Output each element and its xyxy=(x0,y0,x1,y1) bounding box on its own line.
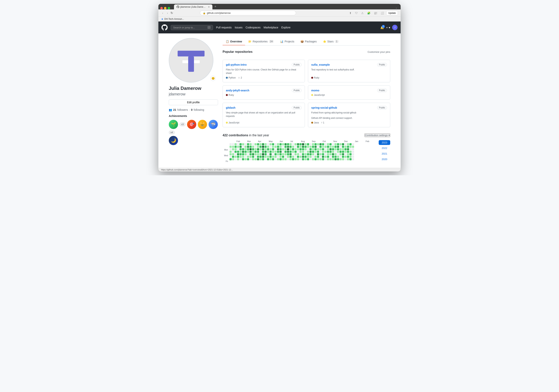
repo-name-2[interactable]: andy-jekyll-search xyxy=(226,89,249,92)
graph-cell[interactable] xyxy=(345,153,347,155)
tab-packages[interactable]: 📦 Packages xyxy=(297,38,320,45)
graph-cell[interactable] xyxy=(347,151,349,153)
graph-cell[interactable] xyxy=(329,153,332,155)
graph-cell[interactable] xyxy=(230,158,232,160)
graph-cell[interactable] xyxy=(342,148,344,150)
graph-cell[interactable] xyxy=(277,153,279,155)
followers-count[interactable]: 21 xyxy=(173,108,176,111)
graph-cell[interactable] xyxy=(299,156,302,158)
graph-cell[interactable] xyxy=(297,143,299,145)
graph-cell[interactable] xyxy=(332,143,334,145)
graph-cell[interactable] xyxy=(244,158,247,160)
graph-cell[interactable] xyxy=(319,148,322,150)
graph-cell[interactable] xyxy=(257,146,259,148)
graph-cell[interactable] xyxy=(292,158,294,160)
graph-cell[interactable] xyxy=(322,151,324,153)
graph-cell[interactable] xyxy=(282,158,284,160)
graph-cell[interactable] xyxy=(337,151,339,153)
tab-projects[interactable]: 📊 Projects xyxy=(277,38,297,45)
graph-cell[interactable] xyxy=(345,156,347,158)
graph-cell[interactable] xyxy=(262,146,264,148)
graph-cell[interactable] xyxy=(262,153,264,155)
graph-cell[interactable] xyxy=(305,148,307,150)
graph-cell[interactable] xyxy=(287,148,289,150)
graph-cell[interactable] xyxy=(254,148,257,150)
graph-cell[interactable] xyxy=(317,146,319,148)
graph-cell[interactable] xyxy=(230,153,232,155)
graph-cell[interactable] xyxy=(242,148,244,150)
graph-cell[interactable] xyxy=(252,156,254,158)
graph-cell[interactable] xyxy=(327,143,329,145)
graph-cell[interactable] xyxy=(237,146,239,148)
nav-pull-requests[interactable]: Pull requests xyxy=(216,26,232,29)
graph-cell[interactable] xyxy=(254,156,257,158)
graph-cell[interactable] xyxy=(319,153,322,155)
achievement-badge-1[interactable]: 🎯 xyxy=(187,120,196,129)
graph-cell[interactable] xyxy=(252,158,254,160)
year-btn-2023[interactable]: 2023 xyxy=(379,140,390,145)
graph-cell[interactable] xyxy=(349,153,352,155)
graph-cell[interactable] xyxy=(277,146,279,148)
graph-cell[interactable] xyxy=(317,156,319,158)
graph-cell[interactable] xyxy=(237,148,239,150)
graph-cell[interactable] xyxy=(327,146,329,148)
graph-cell[interactable] xyxy=(352,143,354,145)
graph-cell[interactable] xyxy=(250,146,252,148)
graph-cell[interactable] xyxy=(299,151,302,153)
graph-cell[interactable] xyxy=(244,146,247,148)
graph-cell[interactable] xyxy=(295,156,297,158)
graph-cell[interactable] xyxy=(274,148,277,150)
graph-cell[interactable] xyxy=(347,143,349,145)
create-menu-btn[interactable]: + ▾ xyxy=(386,26,390,29)
graph-cell[interactable] xyxy=(297,158,299,160)
graph-cell[interactable] xyxy=(252,143,254,145)
graph-cell[interactable] xyxy=(242,153,244,155)
graph-cell[interactable] xyxy=(272,148,274,150)
graph-cell[interactable] xyxy=(327,148,329,150)
graph-cell[interactable] xyxy=(282,148,284,150)
graph-cell[interactable] xyxy=(352,146,354,148)
graph-cell[interactable] xyxy=(274,158,277,160)
nav-marketplace[interactable]: Marketplace xyxy=(263,26,278,29)
graph-cell[interactable] xyxy=(274,153,277,155)
graph-cell[interactable] xyxy=(329,151,332,153)
graph-cell[interactable] xyxy=(234,153,237,155)
achievement-badge-0[interactable]: 🌱 xyxy=(169,120,178,129)
graph-cell[interactable] xyxy=(305,146,307,148)
graph-cell[interactable] xyxy=(274,146,277,148)
graph-cell[interactable] xyxy=(315,148,317,150)
graph-cell[interactable] xyxy=(267,158,269,160)
graph-cell[interactable] xyxy=(250,151,252,153)
graph-cell[interactable] xyxy=(240,153,242,155)
graph-cell[interactable] xyxy=(309,146,312,148)
graph-cell[interactable] xyxy=(280,151,282,153)
graph-cell[interactable] xyxy=(347,148,349,150)
graph-cell[interactable] xyxy=(260,158,262,160)
graph-cell[interactable] xyxy=(335,153,336,155)
tab-overview[interactable]: 📋 Overview xyxy=(223,38,245,45)
graph-cell[interactable] xyxy=(232,153,234,155)
reader-btn[interactable]: 📰 xyxy=(373,11,378,15)
maximize-window-btn[interactable] xyxy=(168,7,170,9)
graph-cell[interactable] xyxy=(280,148,282,150)
extensions-btn[interactable]: 🧩 xyxy=(366,11,372,15)
graph-cell[interactable] xyxy=(332,148,334,150)
graph-cell[interactable] xyxy=(302,156,304,158)
graph-cell[interactable] xyxy=(257,143,259,145)
graph-cell[interactable] xyxy=(252,153,254,155)
year-btn-2020[interactable]: 2020 xyxy=(379,157,390,162)
graph-cell[interactable] xyxy=(335,151,336,153)
graph-cell[interactable] xyxy=(270,153,272,155)
graph-cell[interactable] xyxy=(267,143,269,145)
graph-cell[interactable] xyxy=(254,158,257,160)
graph-cell[interactable] xyxy=(230,143,232,145)
graph-cell[interactable] xyxy=(272,151,274,153)
graph-cell[interactable] xyxy=(302,151,304,153)
graph-cell[interactable] xyxy=(280,156,282,158)
graph-cell[interactable] xyxy=(232,156,234,158)
graph-cell[interactable] xyxy=(242,156,244,158)
graph-cell[interactable] xyxy=(252,148,254,150)
graph-cell[interactable] xyxy=(295,158,297,160)
graph-cell[interactable] xyxy=(285,151,287,153)
graph-cell[interactable] xyxy=(234,146,237,148)
